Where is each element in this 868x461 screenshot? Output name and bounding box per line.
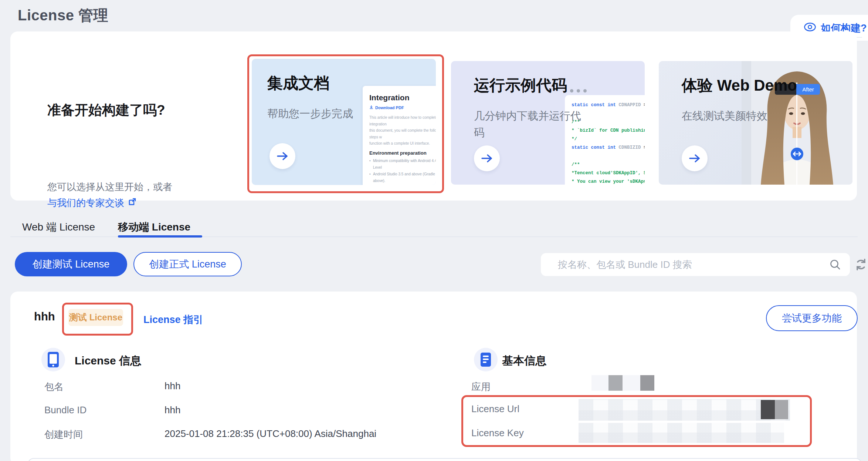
web-demo-subtitle: 在线测试美颜特效	[682, 108, 796, 124]
integration-docs-card[interactable]: 集成文档 帮助您一步步完成 Integration Download PDF T…	[252, 59, 436, 185]
doc-preview: Integration Download PDF This article wi…	[363, 86, 436, 185]
arrow-right-icon[interactable]	[682, 145, 708, 171]
refresh-icon[interactable]	[854, 258, 868, 272]
doc-preview-title: Integration	[369, 93, 436, 102]
run-sample-code-card[interactable]: static const int CDNAPPID =0; /** * `biz…	[451, 61, 645, 185]
search-box	[541, 253, 850, 276]
run-sample-code-subtitle: 几分钟内下载并运行代码	[474, 108, 585, 141]
doc-bullet: Minimum compatibility with Android 4.4 (…	[369, 158, 436, 171]
doc-paragraph: function with a complete UI interface.	[369, 140, 436, 147]
intro-title: 准备开始构建了吗?	[47, 101, 165, 120]
redacted-license-key-value	[579, 423, 784, 443]
redacted-app-value	[591, 375, 654, 391]
page-title: License 管理	[18, 5, 108, 26]
redacted-block	[761, 400, 775, 419]
integration-docs-subtitle: 帮助您一步步完成	[267, 105, 382, 122]
window-dots-icon	[570, 89, 587, 92]
field-label-license-key: License Key	[471, 427, 524, 439]
create-formal-license-button[interactable]: 创建正式 License	[133, 252, 242, 276]
test-license-badge: 测试 License	[68, 309, 123, 326]
license-guide-link[interactable]: License 指引	[143, 313, 203, 326]
field-label-package: 包名	[44, 380, 64, 393]
run-sample-code-title: 运行示例代码	[474, 75, 567, 96]
field-value-bundle-id: hhh	[165, 404, 180, 416]
arrow-right-icon[interactable]	[474, 145, 500, 171]
redacted-license-url-value	[579, 399, 790, 421]
search-input[interactable]	[541, 253, 850, 276]
web-demo-title: 体验 Web Demo	[682, 75, 797, 96]
doc-paragraph: this document, you will complete the fol…	[369, 127, 436, 140]
doc-bullet: Android Studio 3.5 and above (Gradle 3.5…	[369, 171, 436, 184]
search-icon[interactable]	[829, 259, 841, 272]
web-demo-card[interactable]: After 体验 Web Demo 在线测试美颜特效	[659, 61, 852, 185]
create-test-license-button[interactable]: 创建测试 License	[15, 252, 127, 276]
talk-to-experts-link[interactable]: 与我们的专家交谈	[47, 196, 137, 209]
field-value-created-time: 2025-01-08 21:28:35 (UTC+08:00) Asia/Sha…	[165, 428, 376, 440]
after-tag: After	[796, 84, 820, 95]
doc-bullet: Mobile devices with Android 4.4 and abov…	[369, 184, 436, 185]
talk-to-experts-label: 与我们的专家交谈	[47, 196, 124, 209]
next-section-panel	[28, 458, 862, 461]
getting-started-card: 准备开始构建了吗? 您可以选择从这里开始，或者 与我们的专家交谈 集成文档 帮助…	[10, 31, 857, 201]
phone-icon	[41, 348, 65, 371]
try-more-features-button[interactable]: 尝试更多功能	[766, 305, 858, 331]
license-name: hhh	[34, 310, 55, 323]
redacted-block	[775, 400, 788, 419]
field-label-created-time: 创建时间	[44, 428, 83, 441]
field-value-package: hhh	[165, 380, 180, 392]
license-info-heading: License 信息	[75, 353, 141, 369]
license-management-page: License 管理 如何构建? 准备开始构建了吗? 您可以选择从这里开始，或者…	[0, 0, 868, 461]
doc-heading: Environment preparation	[369, 150, 436, 156]
document-icon	[474, 348, 498, 371]
intro-text: 您可以选择从这里开始，或者	[47, 181, 172, 194]
basic-info-heading: 基本信息	[502, 353, 546, 369]
arrow-right-icon[interactable]	[269, 143, 295, 169]
field-label-bundle-id: Bundle ID	[44, 404, 87, 416]
integration-docs-title: 集成文档	[267, 73, 329, 94]
field-label-license-url: License Url	[471, 403, 519, 415]
field-label-app: 应用	[471, 380, 491, 393]
tab-mobile-license[interactable]: 移动端 License	[118, 220, 190, 234]
tab-web-license[interactable]: Web 端 License	[22, 220, 95, 234]
external-link-icon	[128, 197, 137, 209]
active-tab-underline	[118, 235, 202, 238]
